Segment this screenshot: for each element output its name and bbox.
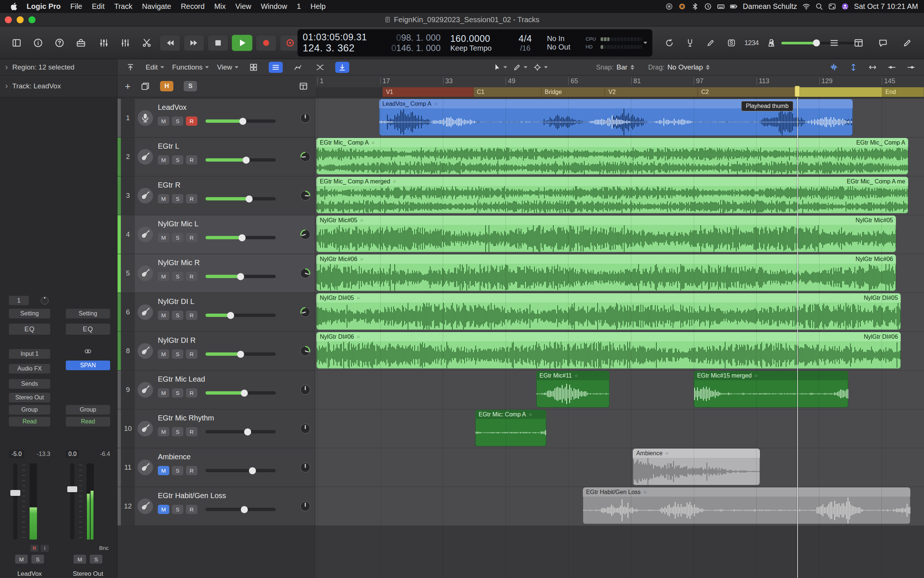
list-view-icon[interactable] (269, 62, 283, 73)
panel-icon[interactable] (851, 36, 866, 50)
catch-playhead-icon[interactable] (335, 62, 349, 73)
output-button[interactable]: Stereo Out (9, 393, 50, 402)
menu-item-navigate[interactable]: Navigate (137, 2, 176, 11)
keyboard-icon[interactable] (717, 3, 725, 10)
vertical-zoom-slider[interactable] (885, 62, 899, 73)
group-button[interactable]: Group (66, 405, 110, 414)
bar-number-97[interactable]: 97 (694, 77, 703, 85)
eq-button[interactable]: EQ (9, 323, 50, 334)
channel-setting-button[interactable]: Setting (9, 309, 50, 318)
wifi-icon[interactable] (803, 3, 810, 10)
region-egtr-mic-comp-a[interactable]: EGtr Mic_ Comp A○EGtr Mic_ Comp A (316, 138, 908, 175)
track-header-10[interactable]: 10EGtr Mic RhythmMSR (118, 409, 315, 448)
apple-menu-icon[interactable] (6, 3, 22, 10)
mute-button[interactable]: M (158, 349, 169, 359)
toolbox-icon[interactable] (73, 36, 89, 50)
snap-menu[interactable]: Snap: Bar (596, 63, 634, 71)
menu-item-window[interactable]: Window (256, 2, 292, 11)
automation-mode-button[interactable]: Read (9, 417, 50, 426)
waveform-zoom-icon[interactable] (827, 62, 841, 73)
channel-name[interactable]: Stereo Out (66, 570, 110, 578)
region-egtr-mic-11[interactable]: EGtr Mic#11○ (536, 371, 610, 408)
solo-button[interactable]: S (172, 233, 183, 242)
marker-C2[interactable]: C2 (698, 87, 797, 97)
mute-button[interactable]: M (158, 466, 169, 475)
solo-button[interactable]: S (90, 555, 102, 563)
region-egtr-mic-15-merged[interactable]: EGtr Mic#15 merged○ (694, 371, 849, 408)
menu-item-view[interactable]: View (231, 2, 256, 11)
solo-button[interactable]: S (172, 505, 183, 514)
battery-icon[interactable] (730, 3, 738, 10)
user-switch-icon[interactable] (841, 3, 849, 10)
menu-clock[interactable]: Sat Oct 7 10:21 AM (854, 2, 918, 11)
mute-button[interactable]: M (158, 117, 169, 126)
solo-badge-icon[interactable] (724, 36, 739, 50)
duplicate-track-button[interactable] (141, 82, 150, 91)
menu-item-edit[interactable]: Edit (87, 2, 109, 11)
marker-Bridge[interactable]: Bridge (542, 87, 605, 97)
mute-button[interactable]: M (158, 505, 169, 514)
user-name[interactable]: Damean Schultz (743, 2, 797, 11)
region-nylgtr-mic-05[interactable]: NylGtr Mic#05○NylGtr Mic#05 (316, 216, 896, 252)
volume-slider[interactable] (206, 313, 276, 317)
marker-V1[interactable]: V1 (382, 87, 473, 97)
volume-db[interactable]: -5.0 (9, 450, 24, 458)
solo-button[interactable]: S (172, 117, 183, 126)
play-button[interactable] (232, 35, 252, 51)
region-nylgtr-di-05[interactable]: NylGtr DI#05○NylGtr DI#05 (316, 293, 901, 330)
vertical-zoom-icon[interactable] (846, 62, 861, 73)
channel-name[interactable]: LeadVox (9, 570, 50, 578)
menu-item-record[interactable]: Record (176, 2, 209, 11)
lcd-time-signature[interactable]: 4/4 (519, 33, 532, 44)
pointer-tool-button[interactable] (493, 63, 507, 71)
volume-slider[interactable] (206, 508, 276, 511)
bar-number-33[interactable]: 33 (443, 77, 453, 85)
forward-button[interactable] (184, 35, 204, 51)
volume-slider-knob[interactable] (227, 312, 234, 319)
bar-ruler[interactable]: V1C1BridgeV2C2End 1173349658197113129145 (315, 75, 924, 97)
sends-button[interactable]: Sends (9, 379, 50, 389)
lcd-right-locator[interactable]: 0146. 1. 000 (392, 43, 440, 53)
record-enable-button[interactable]: R (186, 349, 197, 359)
input-button[interactable]: Input 1 (9, 349, 50, 359)
grid-view-icon[interactable] (246, 62, 261, 73)
pan-knob[interactable] (296, 176, 315, 215)
lcd-bar-position[interactable]: 124. 3. 362 (303, 42, 382, 54)
volume-slider-knob[interactable] (244, 428, 251, 435)
mute-button[interactable]: M (158, 194, 169, 203)
solo-button[interactable]: S (172, 311, 183, 320)
track-header-11[interactable]: 11AmbienceMSR (118, 448, 315, 487)
menu-item-track[interactable]: Track (109, 2, 137, 11)
peak-db[interactable]: -6.4 (100, 451, 110, 458)
functions-menu[interactable]: Functions (172, 63, 209, 71)
solo-button[interactable]: S (172, 155, 183, 164)
sync-icon[interactable] (662, 36, 677, 50)
region-ambience[interactable]: Ambience○ (633, 448, 759, 485)
stereo-format-icon[interactable] (66, 346, 110, 356)
eq-button[interactable]: EQ (66, 323, 110, 334)
bar-number-145[interactable]: 145 (882, 77, 895, 85)
record-enable-button[interactable]: R (186, 117, 197, 126)
track-header-config-icon[interactable] (299, 82, 308, 91)
pencil-icon[interactable] (900, 36, 915, 50)
peak-db[interactable]: -13.3 (37, 451, 50, 458)
region-egtr-mic-comp-a[interactable]: EGtr Mic: Comp A○ (475, 410, 546, 446)
volume-db[interactable]: 0.0 (66, 450, 79, 458)
crosshair-tool-button[interactable] (533, 63, 548, 71)
lcd-options-chevron-icon[interactable] (644, 42, 647, 44)
zoom-button[interactable] (29, 16, 36, 23)
volume-slider-knob[interactable] (238, 234, 245, 241)
horizontal-zoom-slider[interactable] (904, 62, 918, 73)
solo-button[interactable]: S (172, 466, 183, 475)
record-enable-button[interactable]: R (186, 155, 197, 164)
lcd-tempo[interactable]: 160.0000 (450, 33, 508, 44)
volume-slider-knob[interactable] (237, 351, 244, 357)
region-egtr-habit-gen-loss[interactable]: EGtr Habit/Gen Loss○ (583, 487, 911, 524)
volume-slider[interactable] (206, 158, 276, 162)
control-center-icon[interactable] (828, 3, 836, 10)
app-badge-icon[interactable] (678, 3, 686, 10)
marker-V2[interactable]: V2 (605, 87, 698, 97)
spotlight-icon[interactable] (816, 3, 823, 10)
bar-number-129[interactable]: 129 (819, 77, 833, 85)
track-header-3[interactable]: 3EGtr RMSR (118, 176, 315, 215)
